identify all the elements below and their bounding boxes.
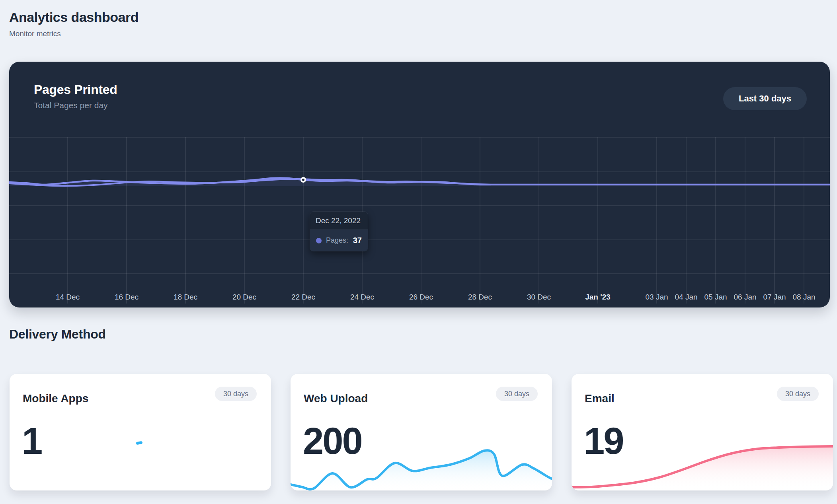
x-axis-label: Jan '23 bbox=[585, 293, 611, 301]
x-axis-label: 16 Dec bbox=[115, 293, 139, 301]
delivery-card-email: Email 30 days 19 bbox=[572, 374, 833, 490]
tooltip-body: Pages: 37 bbox=[310, 230, 368, 251]
tooltip-date: Dec 22, 2022 bbox=[310, 212, 368, 230]
days-badge: 30 days bbox=[777, 387, 819, 401]
x-axis-label: 08 Jan bbox=[792, 293, 815, 301]
x-axis-label: 04 Jan bbox=[675, 293, 697, 301]
tooltip-value: 37 bbox=[353, 236, 362, 245]
card-value: 1 bbox=[22, 422, 41, 460]
card-title: Web Upload bbox=[304, 392, 368, 405]
delivery-card-web-upload: Web Upload 30 days 200 bbox=[291, 374, 552, 490]
x-axis-label: 22 Dec bbox=[291, 293, 315, 301]
x-axis-label: 07 Jan bbox=[763, 293, 786, 301]
x-axis-label: 26 Dec bbox=[409, 293, 433, 301]
x-axis-label: 30 Dec bbox=[527, 293, 551, 301]
card-title: Mobile Apps bbox=[23, 392, 88, 405]
x-axis-label: 14 Dec bbox=[56, 293, 80, 301]
page-subtitle: Monitor metrics bbox=[9, 29, 61, 38]
x-axis-label: 05 Jan bbox=[704, 293, 727, 301]
printed-chart-card: 14 Dec16 Dec18 Dec20 Dec22 Dec24 Dec26 D… bbox=[9, 62, 830, 307]
chart-tooltip: Dec 22, 2022 Pages: 37 bbox=[310, 211, 368, 251]
card-title: Email bbox=[585, 392, 615, 405]
range-button[interactable]: Last 30 days bbox=[723, 87, 807, 110]
x-axis-label: 28 Dec bbox=[468, 293, 492, 301]
sparkline-web-upload bbox=[291, 445, 552, 490]
printed-chart-subtitle: Total Pages per day bbox=[34, 101, 108, 110]
x-axis-label: 24 Dec bbox=[350, 293, 374, 301]
delivery-card-mobile-apps: Mobile Apps 30 days 1 bbox=[10, 374, 271, 490]
x-axis-label: 03 Jan bbox=[645, 293, 668, 301]
page-title: Analytics dashboard bbox=[9, 10, 139, 25]
sparkline-dash bbox=[136, 441, 143, 445]
tooltip-series-label: Pages: bbox=[326, 236, 348, 245]
days-badge: 30 days bbox=[215, 387, 257, 401]
sparkline-email bbox=[572, 445, 833, 490]
x-axis-label: 06 Jan bbox=[734, 293, 756, 301]
section-heading-delivery: Delivery Method bbox=[9, 327, 106, 342]
series-dot-icon bbox=[316, 238, 322, 243]
x-axis-label: 18 Dec bbox=[174, 293, 197, 301]
printed-chart-title: Pages Printed bbox=[34, 82, 117, 97]
printed-chart-canvas: 14 Dec16 Dec18 Dec20 Dec22 Dec24 Dec26 D… bbox=[9, 62, 830, 307]
point-marker-core bbox=[302, 179, 304, 181]
days-badge: 30 days bbox=[496, 387, 538, 401]
x-axis-label: 20 Dec bbox=[232, 293, 256, 301]
sparkline-area bbox=[572, 446, 833, 490]
